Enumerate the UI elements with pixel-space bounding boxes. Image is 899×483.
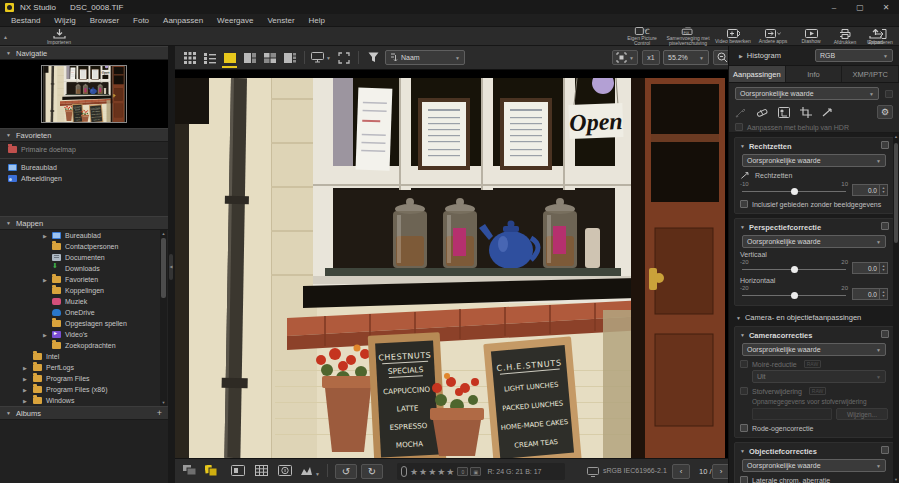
section-header[interactable]: ▼Rechtzetten: [740, 140, 888, 152]
value-spinner[interactable]: ▲▼: [880, 184, 888, 196]
filter-button[interactable]: [365, 50, 382, 65]
picture-control-button[interactable]: C Eigen Picture Control: [622, 27, 662, 46]
redo-button[interactable]: ↻: [361, 464, 383, 479]
favorite-afbeeldingen[interactable]: Afbeeldingen: [0, 173, 168, 184]
tab-aanpassingen[interactable]: Aanpassingen: [729, 66, 786, 82]
section-header[interactable]: ▼Objectiefcorrecties: [740, 445, 888, 457]
other-apps-button[interactable]: Andere apps: [754, 27, 792, 46]
section-enable-checkbox[interactable]: [881, 330, 889, 338]
favorite-bureaublad[interactable]: Bureaublad: [0, 162, 168, 173]
zoom-100-button[interactable]: x1: [642, 50, 660, 65]
fit-view-button[interactable]: ▼: [612, 50, 638, 65]
section-enable-checkbox[interactable]: [881, 446, 889, 454]
menu-aanpassen[interactable]: Aanpassen: [156, 16, 210, 25]
perspective-preset-select[interactable]: Oorspronkelijke waarde▼: [742, 235, 886, 248]
settings-button[interactable]: ⚙: [877, 105, 893, 119]
image-filmstrip-view-button[interactable]: [281, 50, 298, 65]
secondary-display-button[interactable]: ▼: [309, 50, 333, 65]
straighten-icon[interactable]: [822, 107, 834, 118]
image-info-view-button[interactable]: [241, 50, 258, 65]
sidebar-collapse-handle[interactable]: ◀: [169, 254, 173, 280]
menu-weergave[interactable]: Weergave: [210, 16, 260, 25]
slider-handle[interactable]: [791, 292, 798, 299]
navigation-preview-panel[interactable]: [0, 60, 168, 128]
label-zero-badge[interactable]: 0: [457, 467, 468, 476]
tree-item-zoekopdrachten[interactable]: Zoekopdrachten: [0, 340, 168, 351]
navigatie-header[interactable]: ▼Navigatie: [0, 46, 168, 60]
histogram-overlay-button[interactable]: ▼: [301, 465, 320, 478]
info-overlay-button[interactable]: [278, 465, 292, 478]
expand-arrow-icon[interactable]: ▶: [43, 332, 47, 338]
tree-item-program-files-x86[interactable]: ▶Program Files (x86): [0, 384, 168, 395]
tab-info[interactable]: Info: [786, 66, 843, 82]
tree-item-favorieten[interactable]: ▶Favorieten: [0, 274, 168, 285]
fullscreen-button[interactable]: [335, 50, 352, 65]
tree-item-intel[interactable]: Intel: [0, 351, 168, 362]
video-edit-button[interactable]: Video bewerken: [714, 27, 752, 46]
label-tag-badge[interactable]: ▣: [470, 467, 481, 476]
scroll-down-icon[interactable]: ▼: [893, 477, 899, 482]
value-spinner[interactable]: ▲▼: [880, 262, 888, 274]
expand-arrow-icon[interactable]: ▶: [23, 365, 27, 371]
expand-arrow-icon[interactable]: ▶: [43, 233, 47, 239]
sidebar-splitter[interactable]: ◀: [168, 46, 175, 483]
scroll-up-icon[interactable]: ▲: [160, 231, 167, 236]
sort-select[interactable]: Naam ▼: [385, 50, 465, 65]
tree-item-program-files[interactable]: ▶Program Files: [0, 373, 168, 384]
image-view-button[interactable]: [221, 50, 238, 65]
previous-image-button[interactable]: ‹: [672, 464, 690, 479]
menu-foto[interactable]: Foto: [126, 16, 156, 25]
horizontal-slider[interactable]: -2020: [740, 285, 848, 300]
vertical-value-field[interactable]: 0.0: [852, 262, 880, 274]
close-button[interactable]: ✕: [873, 0, 899, 14]
mappen-header[interactable]: ▼Mappen: [0, 216, 168, 230]
lens-preset-select[interactable]: Oorspronkelijke waarde▼: [742, 459, 886, 472]
menu-help[interactable]: Help: [302, 16, 332, 25]
dual-monitor-button[interactable]: [183, 465, 196, 478]
star-icon[interactable]: ★: [437, 467, 445, 477]
single-frame-button[interactable]: [231, 465, 245, 478]
section-enable-checkbox[interactable]: [881, 222, 889, 230]
tree-item-windows[interactable]: ▶Windows: [0, 395, 168, 406]
navigation-thumbnail[interactable]: [41, 65, 127, 123]
add-album-button[interactable]: +: [157, 408, 162, 418]
scrollbar-thumb[interactable]: [161, 238, 166, 298]
expand-arrow-icon[interactable]: ▶: [43, 277, 47, 283]
list-view-button[interactable]: [201, 50, 218, 65]
grid-view-button[interactable]: [181, 50, 198, 65]
tree-item-muziek[interactable]: Muziek: [0, 296, 168, 307]
tree-item-videos[interactable]: ▶Video's: [0, 329, 168, 340]
albums-header[interactable]: ▼Albums+: [0, 406, 168, 420]
maximize-button[interactable]: ▢: [847, 0, 873, 14]
redeye-checkbox[interactable]: [740, 424, 748, 432]
tab-xmp-iptc[interactable]: XMP/IPTC: [842, 66, 899, 82]
image-canvas[interactable]: [175, 70, 728, 458]
toolbar-collapse-icon[interactable]: ▲: [3, 34, 8, 40]
favorite-primary-target[interactable]: Primaire doelmap: [0, 144, 168, 155]
retouch-brush-icon[interactable]: [756, 107, 768, 118]
menu-wijzig[interactable]: Wijzig: [47, 16, 82, 25]
menu-browser[interactable]: Browser: [83, 16, 126, 25]
compare-view-button[interactable]: [261, 50, 278, 65]
straighten-preset-select[interactable]: Oorspronkelijke waarde▼: [742, 154, 886, 167]
crop-icon[interactable]: [800, 107, 812, 118]
lateral-ca-checkbox[interactable]: [740, 476, 748, 483]
paired-images-button[interactable]: [205, 465, 218, 479]
expand-arrow-icon[interactable]: ▶: [23, 376, 27, 382]
import-button[interactable]: Importeren: [36, 27, 82, 46]
tree-scrollbar[interactable]: ▲▼: [160, 230, 167, 406]
tree-item-contactpersonen[interactable]: Contactpersonen: [0, 241, 168, 252]
undo-button[interactable]: ↺: [335, 464, 357, 479]
section-enable-checkbox[interactable]: [881, 141, 889, 149]
include-areas-checkbox[interactable]: [740, 200, 748, 208]
star-icon[interactable]: ★: [419, 467, 427, 477]
export-button[interactable]: Exporteren: [864, 27, 897, 46]
value-spinner[interactable]: ▲▼: [880, 288, 888, 300]
star-icon[interactable]: ★: [446, 467, 454, 477]
scroll-down-icon[interactable]: ▼: [160, 400, 167, 405]
photo-dsc-0008[interactable]: [175, 78, 725, 458]
minimize-button[interactable]: –: [821, 0, 847, 14]
group-camera-lens[interactable]: ▼Camera- en objectiefaanpassingen: [736, 313, 892, 322]
menu-bestand[interactable]: Bestand: [4, 16, 47, 25]
menu-venster[interactable]: Venster: [260, 16, 301, 25]
